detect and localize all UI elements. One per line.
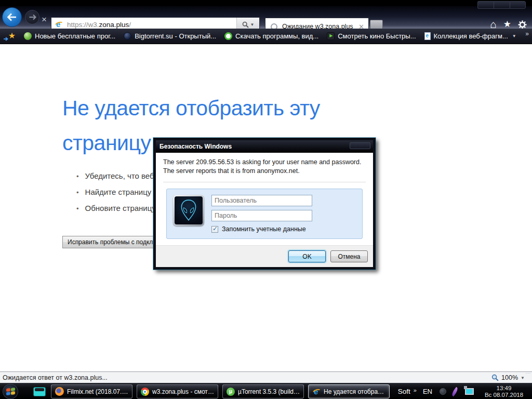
zoom-magnifier-icon	[491, 374, 499, 381]
back-arrow-icon	[7, 13, 17, 21]
security-dialog: Безопасность Windows The server 209.95.5…	[153, 138, 376, 270]
firefox-icon	[55, 387, 64, 396]
dialog-footer: OK Отмена	[156, 245, 373, 267]
resize-grip: ∙∙∙	[525, 370, 531, 376]
error-heading-line1: Не удается отобразить эту	[62, 91, 426, 126]
favorite-item[interactable]: Bigtorrent.su - Открытый...	[124, 32, 216, 40]
minimize-button[interactable]	[477, 1, 494, 9]
credential-fields: Запомнить учетные данные	[211, 195, 312, 233]
ie-page-icon	[424, 32, 431, 40]
forward-arrow-icon	[29, 14, 36, 20]
chevron-down-icon: ▼	[512, 34, 516, 38]
favorite-item[interactable]: Скачать программы, вид...	[224, 32, 318, 40]
taskbar-button-label: µTorrent 3.5.3 (build ...	[238, 388, 303, 395]
favorite-label: Коллекция веб-фрагм...	[434, 32, 508, 40]
list-item: • Обновите страницу	[76, 204, 157, 212]
maximize-button[interactable]	[494, 1, 510, 9]
credentials-panel: Запомнить учетные данные	[166, 189, 363, 239]
divider	[163, 182, 366, 182]
taskbar: Filmix.net (2018.07.01... w3.zona.plus -…	[0, 383, 532, 399]
browser-navbar: × e https://w3.zona.plus/ ▼ Ожидание w3.…	[0, 6, 532, 29]
bullet-icon: •	[76, 172, 79, 180]
green-ring-icon	[224, 32, 232, 40]
gold-star-icon: ★	[8, 31, 16, 41]
bullet-icon: •	[76, 189, 79, 196]
cancel-button[interactable]: Отмена	[330, 250, 368, 262]
favorites-star-icon[interactable]: ★	[503, 19, 511, 30]
tray-overflow-chevron[interactable]: »	[414, 387, 417, 393]
close-button[interactable]	[510, 1, 526, 9]
list-item: • Убедитесь, что веб-	[76, 171, 157, 180]
bullet-icon: •	[76, 205, 79, 212]
back-button[interactable]	[2, 7, 22, 27]
status-text: Ожидается ответ от w3.zona.plus...	[3, 374, 108, 381]
list-item: • Найдите страницу с	[76, 188, 157, 196]
pinned-app-button[interactable]	[31, 385, 48, 398]
favorite-item[interactable]: Смотреть кино Быстры...	[327, 32, 416, 40]
desktop: × e https://w3.zona.plus/ ▼ Ожидание w3.…	[0, 0, 532, 399]
username-input[interactable]	[211, 195, 312, 206]
chrome-icon	[141, 388, 149, 396]
remember-credentials-row: Запомнить учетные данные	[211, 225, 312, 233]
dialog-titlebar[interactable]: Безопасность Windows	[156, 140, 373, 153]
favorite-label: Bigtorrent.su - Открытый...	[135, 32, 216, 40]
zona-app-icon	[33, 387, 46, 396]
feather-icon[interactable]	[450, 387, 459, 396]
taskbar-button-label: Не удается отобрази...	[324, 388, 389, 395]
error-suggestions: • Убедитесь, что веб- • Найдите страницу…	[76, 171, 157, 220]
tray-circle-icon[interactable]	[440, 388, 446, 395]
forward-button[interactable]	[25, 10, 39, 24]
status-bar: Ожидается ответ от w3.zona.plus... 100% …	[0, 371, 532, 383]
network-monitor-icon[interactable]	[465, 388, 474, 395]
stop-icon[interactable]: ×	[42, 15, 47, 24]
start-button[interactable]	[3, 384, 18, 399]
bigtorrent-icon	[124, 32, 131, 40]
chevron-down-icon: ▼	[521, 376, 525, 380]
taskbar-button-filmix[interactable]: Filmix.net (2018.07.01...	[51, 384, 132, 398]
favorites-overflow-chevron[interactable]: »	[525, 30, 529, 37]
bullet-text: Обновите страницу	[85, 204, 156, 212]
blue-arrow-icon	[3, 36, 9, 42]
language-indicator[interactable]: EN	[423, 388, 432, 395]
fix-connection-button[interactable]: Исправить проблемы с подкл	[62, 236, 166, 248]
add-favorite-button[interactable]: ★	[4, 32, 16, 41]
soft-toolbar-label[interactable]: Soft	[398, 388, 410, 395]
favorite-item[interactable]: Коллекция веб-фрагм... ▼	[424, 32, 516, 40]
zoom-control[interactable]: 100% ▼	[491, 372, 525, 383]
clock-time: 13:49	[480, 385, 528, 392]
globe-icon	[24, 32, 32, 40]
taskbar-button-label: Filmix.net (2018.07.01...	[67, 388, 132, 395]
film-icon	[327, 32, 335, 40]
taskbar-button-utorrent[interactable]: µ µTorrent 3.5.3 (build ...	[222, 384, 304, 398]
taskbar-button-ie[interactable]: e Не удается отобрази...	[308, 384, 390, 398]
windows-logo-icon	[6, 388, 15, 395]
zoom-level: 100%	[501, 374, 518, 381]
bullet-text: Убедитесь, что веб-	[85, 171, 157, 180]
settings-gear-icon[interactable]	[518, 20, 527, 29]
favorite-item[interactable]: Новые бесплатные прог...	[24, 32, 115, 40]
password-input[interactable]	[211, 210, 312, 221]
remember-label: Запомнить учетные данные	[222, 225, 306, 233]
remember-checkbox[interactable]	[211, 226, 218, 233]
home-icon[interactable]: ⌂	[490, 19, 497, 30]
favorite-label: Новые бесплатные прог...	[35, 32, 115, 40]
system-tray: Soft » EN 13:49 Вс 08.07.2018	[398, 383, 532, 399]
taskbar-button-chrome[interactable]: w3.zona.plus - смотр...	[137, 384, 218, 398]
dialog-body: The server 209.95.56.53 is asking for yo…	[156, 153, 373, 245]
window-controls	[477, 1, 526, 9]
ie-favicon-icon: e	[55, 20, 63, 29]
favorite-label: Скачать программы, вид...	[235, 32, 318, 40]
clock-date: Вс 08.07.2018	[480, 392, 528, 398]
internet-explorer-icon: e	[312, 388, 321, 396]
dialog-title: Безопасность Windows	[159, 143, 232, 150]
favorite-label: Смотреть кино Быстры...	[338, 32, 416, 40]
dialog-caption-button[interactable]	[350, 142, 370, 149]
ok-button[interactable]: OK	[288, 250, 326, 262]
taskbar-button-label: w3.zona.plus - смотр...	[152, 388, 218, 395]
clock[interactable]: 13:49 Вс 08.07.2018	[480, 385, 528, 398]
window-titlebar	[0, 0, 532, 6]
chevron-down-icon: ▼	[250, 22, 255, 27]
browser-action-icons: ⌂ ★	[490, 19, 527, 30]
avatar	[173, 195, 204, 226]
search-icon	[242, 21, 249, 28]
